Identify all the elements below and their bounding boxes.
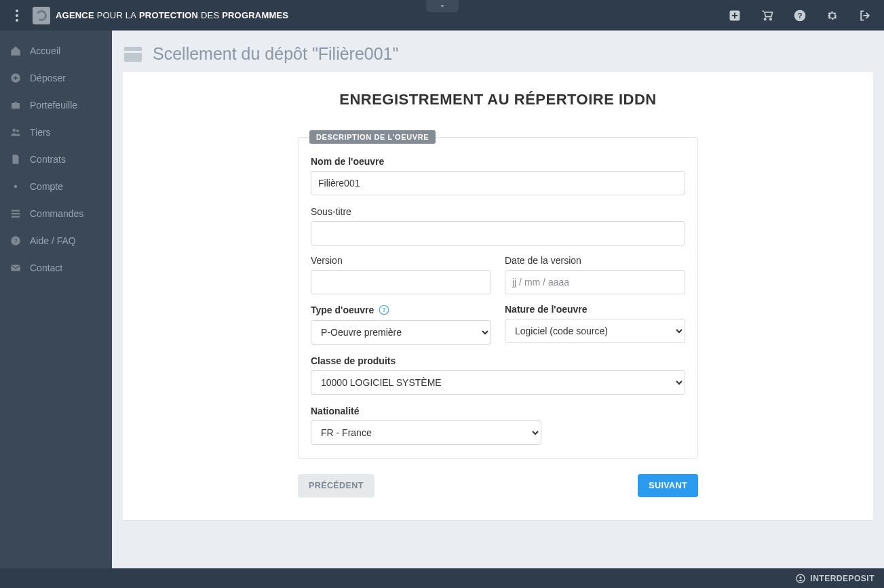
footer-brand[interactable]: INTERDEPOSIT xyxy=(795,573,875,584)
sidebar-item-label: Déposer xyxy=(30,73,66,83)
content: Scellement du dépôt "Filière001" ENREGIS… xyxy=(112,31,884,568)
sidebar-item-label: Aide / FAQ xyxy=(30,235,76,246)
date-label: Date de la version xyxy=(505,255,685,266)
sidebar-item-accueil[interactable]: Accueil xyxy=(0,37,112,64)
topbar-actions: ? xyxy=(728,9,872,22)
sidebar-item-portefeuille[interactable]: Portefeuille xyxy=(0,92,112,119)
field-nationality: Nationalité FR - France xyxy=(311,406,541,445)
sidebar-item-contact[interactable]: Contact xyxy=(0,254,112,281)
mail-icon xyxy=(9,262,22,274)
nature-select[interactable]: Logiciel (code source) xyxy=(505,319,685,343)
field-type: Type d'oeuvre ? P-Oeuvre première xyxy=(311,304,491,345)
type-select[interactable]: P-Oeuvre première xyxy=(311,320,491,345)
svg-text:?: ? xyxy=(383,307,386,313)
sidebar-item-label: Commandes xyxy=(30,208,83,219)
topbar-expand-toggle[interactable] xyxy=(426,0,459,12)
svg-point-6 xyxy=(14,185,18,189)
page-title-row: Scellement du dépôt "Filière001" xyxy=(112,31,884,72)
subtitle-input[interactable] xyxy=(311,221,685,246)
field-date: Date de la version xyxy=(505,255,685,294)
sidebar-item-label: Contrats xyxy=(30,154,66,165)
sidebar: Accueil Déposer Portefeuille Tiers Contr… xyxy=(0,31,112,568)
sidebar-item-compte[interactable]: Compte xyxy=(0,173,112,200)
sidebar-item-deposer[interactable]: Déposer xyxy=(0,64,112,92)
nature-label: Nature de l'oeuvre xyxy=(505,304,685,315)
fieldset-legend: DESCRIPTION DE L'OEUVRE xyxy=(309,130,436,144)
panel-heading: ENREGISTREMENT AU RÉPERTOIRE IDDN xyxy=(237,91,759,109)
version-label: Version xyxy=(311,255,491,266)
footer: INTERDEPOSIT xyxy=(0,568,884,588)
archive-icon xyxy=(124,47,142,62)
type-help-icon[interactable]: ? xyxy=(378,304,390,316)
field-version: Version xyxy=(311,255,491,294)
topbar: AGENCE POUR LA PROTECTION DES PROGRAMMES… xyxy=(0,0,884,31)
sidebar-item-contrats[interactable]: Contrats xyxy=(0,146,112,173)
svg-point-5 xyxy=(16,130,19,132)
users-icon xyxy=(9,126,22,138)
panel-inner: ENREGISTREMENT AU RÉPERTOIRE IDDN DESCRI… xyxy=(237,91,759,497)
home-icon xyxy=(9,45,22,57)
sidebar-item-label: Accueil xyxy=(30,45,60,56)
class-label: Classe de produits xyxy=(311,355,685,366)
form-actions: PRÉCÉDENT SUIVANT xyxy=(298,474,698,497)
gear-icon xyxy=(9,180,22,193)
briefcase-icon xyxy=(9,99,22,111)
interdeposit-logo-icon xyxy=(795,573,806,584)
chevron-down-icon xyxy=(438,2,446,10)
date-input[interactable] xyxy=(505,270,685,294)
svg-text:?: ? xyxy=(14,238,18,244)
menu-handle-icon[interactable] xyxy=(12,9,22,22)
sidebar-item-label: Contact xyxy=(30,262,62,273)
gear-icon[interactable] xyxy=(826,9,839,22)
shell: Accueil Déposer Portefeuille Tiers Contr… xyxy=(0,31,884,568)
version-input[interactable] xyxy=(311,270,491,294)
sidebar-item-label: Portefeuille xyxy=(30,100,77,111)
description-fieldset: DESCRIPTION DE L'OEUVRE Nom de l'oeuvre … xyxy=(298,130,698,459)
page-title: Scellement du dépôt "Filière001" xyxy=(153,44,398,64)
svg-text:?: ? xyxy=(797,11,802,20)
field-name: Nom de l'oeuvre xyxy=(311,156,685,195)
list-icon xyxy=(9,208,22,220)
svg-rect-9 xyxy=(11,265,20,271)
field-class: Classe de produits 10000 LOGICIEL SYSTÈM… xyxy=(311,355,685,395)
panel: ENREGISTREMENT AU RÉPERTOIRE IDDN DESCRI… xyxy=(123,72,873,520)
brand-text: AGENCE POUR LA PROTECTION DES PROGRAMMES xyxy=(56,10,288,20)
plus-circle-icon xyxy=(9,72,22,84)
type-label: Type d'oeuvre ? xyxy=(311,304,491,316)
add-icon[interactable] xyxy=(728,9,742,22)
subtitle-label: Sous-titre xyxy=(311,206,685,217)
field-subtitle: Sous-titre xyxy=(311,206,685,246)
field-nature: Nature de l'oeuvre Logiciel (code source… xyxy=(505,304,685,345)
sidebar-item-tiers[interactable]: Tiers xyxy=(0,119,112,146)
brand: AGENCE POUR LA PROTECTION DES PROGRAMMES xyxy=(33,7,288,24)
next-button[interactable]: SUIVANT xyxy=(638,474,698,497)
sidebar-item-label: Tiers xyxy=(30,127,51,138)
sidebar-item-commandes[interactable]: Commandes xyxy=(0,200,112,227)
footer-brand-text: INTERDEPOSIT xyxy=(810,574,875,583)
name-input[interactable] xyxy=(311,171,685,195)
cart-icon[interactable] xyxy=(761,9,774,22)
help-icon: ? xyxy=(9,235,22,247)
sidebar-item-label: Compte xyxy=(30,181,63,192)
document-icon xyxy=(9,153,22,165)
help-icon[interactable]: ? xyxy=(793,9,807,22)
class-select[interactable]: 10000 LOGICIEL SYSTÈME xyxy=(311,370,685,395)
type-label-text: Type d'oeuvre xyxy=(311,305,374,315)
svg-point-4 xyxy=(13,129,16,132)
prev-button[interactable]: PRÉCÉDENT xyxy=(298,474,374,497)
nationality-select[interactable]: FR - France xyxy=(311,420,541,445)
name-label: Nom de l'oeuvre xyxy=(311,156,685,167)
sidebar-item-aide[interactable]: ? Aide / FAQ xyxy=(0,227,112,254)
svg-point-13 xyxy=(800,576,802,579)
nationality-label: Nationalité xyxy=(311,406,541,416)
logout-icon[interactable] xyxy=(858,9,872,22)
brand-logo-icon xyxy=(33,7,50,24)
